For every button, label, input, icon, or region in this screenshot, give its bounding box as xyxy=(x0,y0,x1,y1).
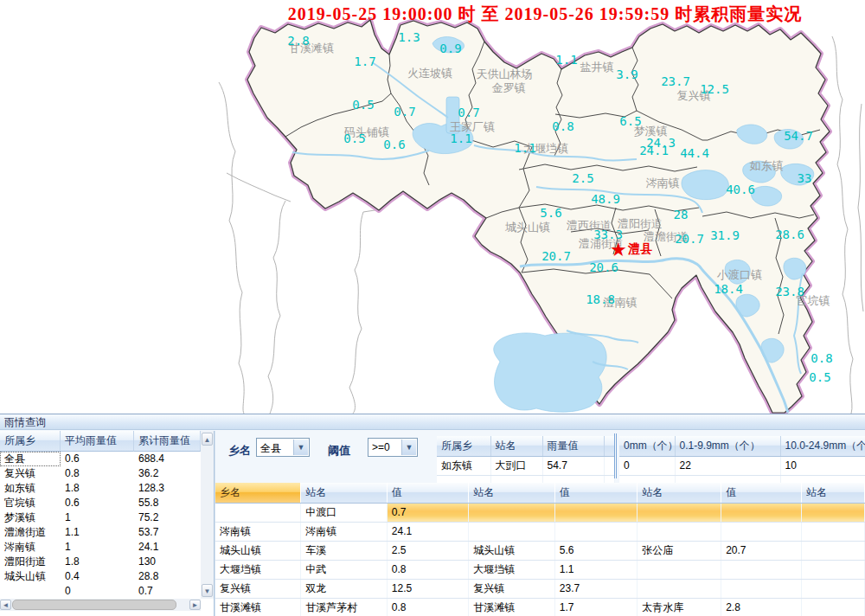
table-cell[interactable]: 全县 xyxy=(0,452,61,466)
table-cell[interactable]: 128.3 xyxy=(134,481,201,496)
table-cell[interactable]: 甘溪芦茅村 xyxy=(301,598,388,616)
table-cell[interactable]: 梦溪镇 xyxy=(0,510,61,525)
column-header[interactable]: 所属乡 xyxy=(0,431,61,452)
table-cell[interactable]: 1.8 xyxy=(61,481,134,496)
summary-table-header[interactable]: 所属乡平均雨量值累计雨量值 xyxy=(0,431,201,452)
scroll-down-button[interactable]: ▼ xyxy=(202,584,213,597)
table-cell[interactable]: 大剅口 xyxy=(490,456,542,475)
table-cell[interactable] xyxy=(721,522,802,541)
station-table[interactable]: 所属乡站名雨量值 如东镇大剅口54.7 xyxy=(437,436,615,484)
table-row[interactable]: 梦溪镇175.2 xyxy=(0,510,201,525)
chevron-down-icon[interactable]: ▼ xyxy=(401,440,416,455)
table-row[interactable]: 复兴镇0.836.2 xyxy=(0,466,201,481)
table-cell[interactable]: 22 xyxy=(675,456,780,475)
table-row[interactable]: 02210 xyxy=(619,456,865,475)
scroll-left-button[interactable]: ◄ xyxy=(0,600,11,610)
column-header[interactable]: 值 xyxy=(721,483,802,503)
table-row[interactable]: 全县0.6688.4 xyxy=(0,452,201,466)
column-header[interactable]: 10.0-24.9mm（个） xyxy=(780,436,865,456)
table-cell[interactable]: 如东镇 xyxy=(437,456,490,475)
stats-table[interactable]: 0mm（个）0.1-9.9mm（个）10.0-24.9mm（个） 02210 xyxy=(619,436,865,484)
table-cell[interactable] xyxy=(604,456,614,475)
table-cell[interactable]: 54.7 xyxy=(542,456,604,475)
scroll-right-button[interactable]: ► xyxy=(189,600,201,610)
table-cell[interactable] xyxy=(801,560,864,579)
map-area[interactable]: 甘溪滩镇火连坡镇天供山林场金罗镇盐井镇复兴镇码头铺镇王家厂镇梦溪镇大堰垱镇涔南镇… xyxy=(0,0,865,414)
column-header[interactable]: 站名 xyxy=(490,436,542,456)
column-header[interactable]: 值 xyxy=(554,483,637,503)
column-header[interactable]: 累计雨量值 xyxy=(134,431,201,452)
table-cell[interactable]: 中武 xyxy=(301,560,388,579)
table-cell[interactable]: 1 xyxy=(61,540,134,555)
column-header[interactable]: 0mm（个） xyxy=(619,436,675,456)
table-cell[interactable]: 53.7 xyxy=(134,525,201,540)
table-cell[interactable]: 涔南镇 xyxy=(0,540,61,555)
table-cell[interactable]: 涔南镇 xyxy=(215,522,301,541)
table-cell[interactable]: 1 xyxy=(61,510,134,525)
table-cell[interactable] xyxy=(638,522,721,541)
table-cell[interactable]: 城头山镇 xyxy=(469,541,555,560)
table-cell[interactable] xyxy=(638,560,721,579)
table-row[interactable]: 涔南镇涔南镇24.1 xyxy=(215,522,865,541)
table-row[interactable]: 中渡口0.7 xyxy=(215,503,865,522)
table-cell[interactable]: 0.6 xyxy=(61,452,134,466)
column-header[interactable]: 雨量值 xyxy=(542,436,604,456)
table-cell[interactable]: 23.7 xyxy=(554,579,637,598)
table-row[interactable]: 城头山镇0.428.8 xyxy=(0,569,201,584)
column-header[interactable]: 站名 xyxy=(469,483,555,503)
table-cell[interactable]: 如东镇 xyxy=(0,481,61,496)
table-row[interactable]: 如东镇1.8128.3 xyxy=(0,481,201,496)
table-cell[interactable] xyxy=(721,503,802,522)
table-cell[interactable] xyxy=(801,503,864,522)
summary-vertical-scrollbar[interactable]: ▲ ▼ xyxy=(201,431,214,599)
table-cell[interactable]: 双龙 xyxy=(301,579,388,598)
table-cell[interactable]: 复兴镇 xyxy=(0,466,61,481)
table-cell[interactable]: 24.1 xyxy=(387,522,468,541)
column-header[interactable]: 所属乡 xyxy=(437,436,490,456)
table-cell[interactable]: 688.4 xyxy=(134,452,201,466)
table-cell[interactable]: 0.6 xyxy=(61,496,134,510)
table-cell[interactable] xyxy=(469,503,555,522)
table-cell[interactable]: 36.2 xyxy=(134,466,201,481)
table-cell[interactable]: 12.5 xyxy=(387,579,468,598)
table-row[interactable]: 澧阳街道1.8130 xyxy=(0,555,201,569)
summary-table[interactable]: 所属乡平均雨量值累计雨量值 全县0.6688.4复兴镇0.836.2如东镇1.8… xyxy=(0,431,214,616)
column-header[interactable]: 站名 xyxy=(801,483,864,503)
table-cell[interactable] xyxy=(721,560,802,579)
table-cell[interactable]: 张公庙 xyxy=(638,541,721,560)
table-cell[interactable] xyxy=(554,503,637,522)
table-cell[interactable]: 城头山镇 xyxy=(0,569,61,584)
table-cell[interactable]: 0 xyxy=(619,456,675,475)
column-header[interactable]: 乡名 xyxy=(215,483,301,503)
table-cell[interactable]: 车溪 xyxy=(301,541,388,560)
table-cell[interactable] xyxy=(801,522,864,541)
table-cell[interactable] xyxy=(215,503,301,522)
summary-horizontal-scrollbar[interactable]: ◄ ► xyxy=(0,599,201,611)
table-cell[interactable]: 1.7 xyxy=(554,598,637,616)
town-filter-dropdown[interactable]: 全县 ▼ xyxy=(256,438,310,457)
table-cell[interactable] xyxy=(721,579,802,598)
table-row[interactable]: 官垸镇0.655.8 xyxy=(0,496,201,510)
table-cell[interactable]: 中渡口 xyxy=(301,503,388,522)
table-cell[interactable]: 10 xyxy=(780,456,865,475)
table-cell[interactable] xyxy=(801,598,864,616)
column-header[interactable]: 站名 xyxy=(301,483,388,503)
table-cell[interactable] xyxy=(469,522,555,541)
table-cell[interactable] xyxy=(638,503,721,522)
column-header[interactable]: 值 xyxy=(387,483,468,503)
chevron-down-icon[interactable]: ▼ xyxy=(293,440,308,455)
table-cell[interactable]: 澧澹街道 xyxy=(0,525,61,540)
table-cell[interactable]: 55.8 xyxy=(134,496,201,510)
table-row[interactable]: 大堰垱镇中武0.8大堰垱镇1.1 xyxy=(215,560,865,579)
table-cell[interactable] xyxy=(554,522,637,541)
table-cell[interactable]: 甘溪滩镇 xyxy=(469,598,555,616)
table-cell[interactable]: 75.2 xyxy=(134,510,201,525)
table-cell[interactable]: 澧阳街道 xyxy=(0,555,61,569)
scroll-up-button[interactable]: ▲ xyxy=(202,433,213,446)
column-header[interactable]: 站名 xyxy=(638,483,721,503)
threshold-filter-dropdown[interactable]: >=0 ▼ xyxy=(368,438,418,457)
table-cell[interactable] xyxy=(801,541,864,560)
table-cell[interactable]: 5.6 xyxy=(554,541,637,560)
table-cell[interactable]: 1.1 xyxy=(61,525,134,540)
table-row[interactable]: 00.7 xyxy=(0,584,201,599)
